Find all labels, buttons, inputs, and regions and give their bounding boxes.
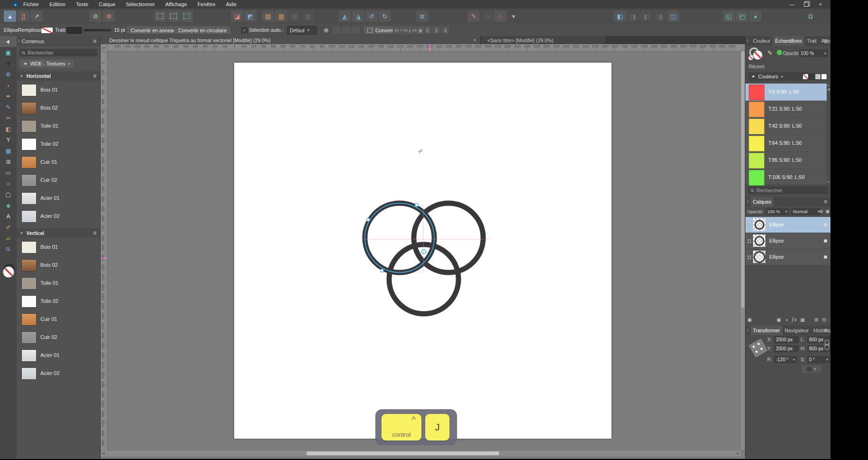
convert-circular-button[interactable]: Convertir en circulaire [174,26,231,35]
dock-tab-couleur[interactable]: Couleur [751,36,773,46]
swatch-row[interactable]: T:21 S:90: L:50 [745,101,830,118]
vertical-scrollbar[interactable] [740,51,745,450]
marquee-mid-button[interactable] [167,10,180,22]
node-handle[interactable] [415,204,418,207]
asset-item[interactable]: Acier 02 [17,364,100,382]
swatch-scrollbar[interactable]: ▲▼ [827,84,830,184]
mask-icon[interactable]: ▣ [776,317,781,322]
transform-input-s[interactable]: 0 °▾ [807,356,830,363]
asset-item[interactable]: Cuir 02 [17,171,100,189]
asset-item[interactable]: Acier 02 [17,207,100,225]
node-tool[interactable]: ➤ [0,58,17,69]
align-icon-4[interactable]: ▯ [432,26,440,34]
rounded-rectangle-tool[interactable]: ▢ [0,189,17,200]
swatch-row[interactable]: T:85 S:90: L:50 [745,152,830,169]
add-layer-icon[interactable]: ⊞ [814,317,818,322]
blend-mode-dropdown[interactable]: Normal▾ [791,208,821,215]
show-alignment-handles-icon[interactable] [342,26,350,34]
layer-row[interactable]: Ellipse [745,249,830,265]
knife-tool[interactable]: ✂ [0,113,17,123]
asset-item[interactable]: Bois 02 [17,99,100,117]
vector-brush-tool[interactable]: ✎ [0,102,17,113]
layers-panel-title[interactable]: Calques [751,197,774,207]
shape-tool[interactable]: ◈ [0,200,17,211]
defaults-gear-button[interactable]: ⚙ [103,10,115,22]
insert-top-button[interactable]: ◨ [627,10,639,22]
menu-texte[interactable]: Texte [71,0,94,9]
menu-affichage[interactable]: Affichage [160,0,192,9]
swatch-row[interactable]: T:42 S:90: L:50 [745,118,830,135]
menu-edition[interactable]: Edition [44,0,71,9]
lock-icon[interactable]: ▣ [825,209,830,214]
swatch-row[interactable]: T:64 S:90: L:50 [745,135,830,152]
dock-tab-transformer[interactable]: Transformer [751,326,782,335]
asset-item[interactable]: Cuir 02 [17,328,100,346]
menu-fenêtre[interactable]: Fenêtre [192,0,221,9]
insert-inside-button[interactable]: ◫ [667,10,679,22]
document-page[interactable] [234,63,611,439]
section-menu-icon[interactable]: ≡ [93,230,96,236]
fx-icon[interactable]: ƒx [792,317,797,322]
layer-settings-gear-icon[interactable]: ⚙ [819,209,823,214]
vector-crop-tool[interactable]: ⊞ [0,156,17,167]
geometry-add-button[interactable]: ◱ [723,10,735,22]
color-picker-tool[interactable]: ✐ [0,222,17,233]
fill-stroke-selector[interactable] [749,47,763,60]
dock-tab-échantillons[interactable]: Échantillons [773,36,805,46]
order-front-button[interactable]: ◪ [231,10,243,22]
align-icon-1[interactable]: ▭ [401,26,410,34]
asset-item[interactable]: Toile 01 [17,274,100,292]
auto-select-dropdown[interactable]: Défaut▾ [287,26,317,35]
vscroll-thumb[interactable] [741,51,744,308]
asset-item[interactable]: Toile 01 [17,117,100,135]
marquee-rotate-button[interactable] [181,10,193,22]
mesh-icon[interactable]: ▦ [801,317,805,322]
rotate-ccw-button[interactable]: ↺ [365,10,378,22]
tab-close-icon[interactable]: × [473,38,476,43]
duplicate-layer-icon[interactable]: ▣ [747,317,752,322]
asset-item[interactable]: Toile 02 [17,292,100,310]
align-icon-0[interactable]: ▭ [392,26,401,34]
align-icon-2[interactable]: ▭ [410,26,419,34]
minimize-button[interactable]: — [785,0,799,9]
layer-visibility-toggle[interactable] [824,255,827,259]
pixel-align-button[interactable]: ✎ [467,10,480,22]
artboard-tool[interactable]: ▣ [0,47,17,58]
panel-menu-icon[interactable]: ≡ [824,198,827,205]
menu-aide[interactable]: Aide [221,0,242,9]
selection-center-handle[interactable] [422,250,426,254]
arrange-front-button[interactable]: ▤ [288,10,301,22]
adjustment-icon[interactable]: ◑ [785,317,788,322]
stroke-swatch[interactable] [67,27,82,34]
document-tab-active[interactable]: Dessiner le noeud celtique Triquetra au … [101,36,480,44]
scroll-right-icon[interactable]: ▶ [737,451,739,455]
measure-tool[interactable]: ▱ [0,233,17,244]
document-tab-untitled[interactable]: <Sans titre> [Modifié] (29.0%) [481,36,605,44]
canvas-area[interactable]: -1200-1100-1000-900-800-700-600-500-400-… [101,44,745,459]
triquetra-artwork[interactable] [234,63,611,439]
arrange-forward-button[interactable]: ▤ [262,10,274,22]
alignment-options-button[interactable]: ≣ [416,10,429,22]
asset-item[interactable]: Bois 01 [17,81,100,99]
geometry-subtract-button[interactable]: ◰ [736,10,748,22]
horizontal-scrollbar[interactable]: ◀ ▶ [101,450,741,456]
marquee-snap-button[interactable] [154,10,166,22]
swatch-category-dropdown[interactable]: ⚭ Couleurs ▾ [748,72,807,81]
swatch-row[interactable]: T:0 S:90: L:50 [745,84,830,101]
dock-tab-trait[interactable]: Trait [804,36,819,46]
corner-tool[interactable]: ⚙ [0,69,17,80]
eyedropper-icon[interactable]: ✎ [767,49,773,56]
ellipse-bottom[interactable] [389,244,458,314]
stroke-width-slider[interactable] [84,29,111,31]
section-header-horizontal[interactable]: ▾Horizontal≡ [17,71,100,81]
quick-swatch-2[interactable] [815,74,821,80]
rectangle-tool[interactable]: ▭ [0,167,17,178]
layers-opacity-dropdown[interactable]: 100 %▾ [765,208,789,215]
insert-below-button[interactable]: ◨ [654,10,666,22]
node-handle[interactable] [381,269,383,272]
fill-stroke-well[interactable] [2,265,15,278]
asset-item[interactable]: Cuir 01 [17,153,100,171]
panel-menu-icon[interactable]: ≡ [93,38,96,45]
quick-swatch-1[interactable] [809,74,815,80]
arrange-back-button[interactable]: ▥ [302,10,314,22]
